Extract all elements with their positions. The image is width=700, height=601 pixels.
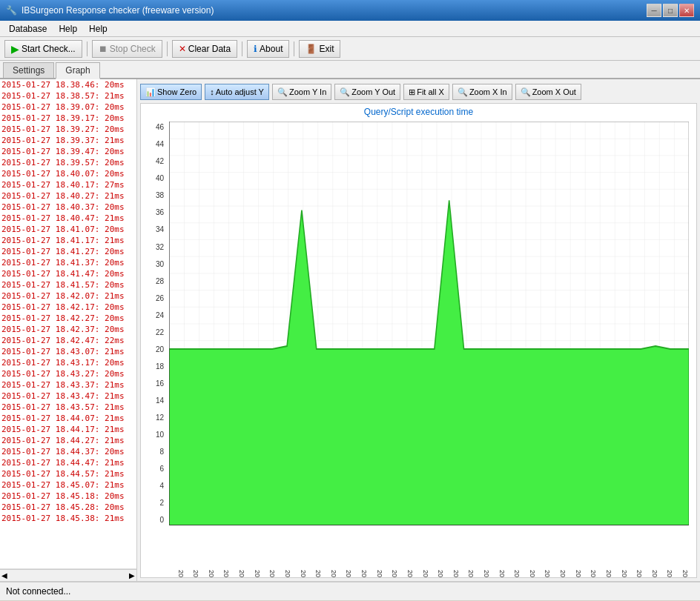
x-axis-labels: 2015-01-27 18:34:062015-01-27 18:34:2620…: [169, 525, 689, 577]
x-axis-label: 2015-01-27 18:44:47: [651, 570, 658, 577]
x-axis-label: 2015-01-27 18:42:27: [544, 570, 551, 577]
scroll-right-icon[interactable]: ▶: [128, 571, 136, 580]
x-axis-label: 2015-01-27 18:39:47: [422, 570, 429, 577]
stop-icon: ⏹: [99, 44, 108, 54]
toolbar-separator-4: [294, 41, 294, 56]
status-bar: Not connected...: [0, 581, 700, 600]
start-check-label: Start Check...: [22, 44, 76, 54]
tab-graph[interactable]: Graph: [56, 62, 99, 79]
fit-all-x-button[interactable]: ⊞ Fit all X: [403, 84, 449, 100]
list-item: 2015-01-27 18.40.47: 21ms: [0, 213, 136, 224]
exit-label: Exit: [319, 44, 334, 54]
exit-icon: 🚪: [306, 44, 317, 54]
x-axis-label: 2015-01-27 18:34:46: [192, 570, 199, 577]
x-axis-label: 2015-01-27 18:37:26: [314, 570, 322, 577]
exit-button[interactable]: 🚪 Exit: [299, 40, 340, 58]
stop-check-button[interactable]: ⏹ Stop Check: [92, 40, 162, 58]
list-item: 2015-01-27 18.44.27: 21ms: [0, 435, 136, 446]
settings-tab-label: Settings: [13, 65, 44, 76]
x-axis-label: 2015-01-27 18:36:26: [268, 570, 276, 577]
title-bar-controls: ─ □ ✕: [647, 4, 694, 17]
y-axis-label: 36: [142, 208, 166, 216]
zoom-y-out-label: Zoom Y Out: [351, 87, 395, 96]
zoom-y-in-label: Zoom Y In: [289, 87, 326, 96]
y-axis-label: 0: [142, 516, 166, 524]
list-item: 2015-01-27 18.45.28: 20ms: [0, 502, 136, 513]
y-axis-label: 24: [142, 311, 166, 319]
zoom-x-in-button[interactable]: 🔍 Zoom X In: [452, 84, 512, 100]
list-item: 2015-01-27 18.42.07: 21ms: [0, 290, 136, 302]
list-item: 2015-01-27 18.42.47: 22ms: [0, 335, 136, 346]
list-item: 2015-01-27 18.43.27: 20ms: [0, 368, 136, 379]
y-axis-label: 16: [142, 379, 166, 388]
list-item: 2015-01-27 18.45.38: 21ms: [0, 513, 136, 524]
zoom-x-in-icon: 🔍: [458, 87, 468, 97]
menu-database[interactable]: Database: [3, 22, 53, 36]
y-axis-label: 30: [142, 260, 166, 268]
auto-adjust-y-label: Auto adjust Y: [216, 87, 264, 96]
menu-help2[interactable]: Help: [83, 22, 113, 36]
list-item: 2015-01-27 18.39.47: 20ms: [0, 146, 136, 157]
x-axis-label: 2015-01-27 18:43:47: [605, 570, 612, 577]
graph-panel: 📊 Show Zero ↕ Auto adjust Y 🔍 Zoom Y In …: [137, 79, 700, 581]
y-axis-label: 40: [142, 174, 166, 182]
y-axis-label: 2: [142, 499, 166, 507]
x-axis-label: 2015-01-27 18:45:28: [681, 570, 689, 577]
graph-toolbar: 📊 Show Zero ↕ Auto adjust Y 🔍 Zoom Y In …: [140, 82, 697, 103]
start-check-button[interactable]: ▶ Start Check...: [4, 40, 82, 58]
minimize-button[interactable]: ─: [647, 4, 661, 17]
list-item: 2015-01-27 18.40.07: 20ms: [0, 168, 136, 179]
list-item: 2015-01-27 18.45.18: 20ms: [0, 491, 136, 502]
list-item: 2015-01-27 18.39.37: 21ms: [0, 135, 136, 146]
horizontal-scrollbar[interactable]: ◀ ▶: [0, 569, 136, 581]
list-item: 2015-01-27 18.42.37: 20ms: [0, 324, 136, 335]
list-item: 2015-01-27 18.41.07: 20ms: [0, 224, 136, 235]
maximize-button[interactable]: □: [663, 4, 678, 17]
list-item: 2015-01-27 18.42.17: 20ms: [0, 302, 136, 313]
x-axis-label: 2015-01-27 18:38:06: [345, 570, 352, 577]
list-item: 2015-01-27 18.39.57: 20ms: [0, 157, 136, 168]
clear-data-button[interactable]: ✕ Clear Data: [172, 40, 237, 58]
y-axis-label: 12: [142, 414, 166, 422]
x-axis-label: 2015-01-27 18:37:46: [330, 570, 337, 577]
list-item: 2015-01-27 18.45.07: 21ms: [0, 479, 136, 491]
main-content: 2015-01-27 18.38.46: 20ms2015-01-27 18.3…: [0, 79, 700, 581]
y-axis-label: 8: [142, 448, 166, 456]
list-item: 2015-01-27 18.42.27: 20ms: [0, 313, 136, 324]
list-item: 2015-01-27 18.44.17: 21ms: [0, 424, 136, 435]
stop-check-label: Stop Check: [110, 44, 156, 54]
list-item: 2015-01-27 18.43.57: 21ms: [0, 402, 136, 413]
list-item: 2015-01-27 18.39.17: 20ms: [0, 113, 136, 124]
y-axis-label: 42: [142, 157, 166, 165]
x-axis-label: 2015-01-27 18:34:26: [177, 570, 185, 577]
zoom-y-in-button[interactable]: 🔍 Zoom Y In: [272, 84, 331, 100]
x-axis-label: 2015-01-27 18:35:26: [222, 570, 230, 577]
about-button[interactable]: ℹ About: [247, 40, 289, 58]
tab-settings[interactable]: Settings: [3, 62, 54, 78]
toolbar-separator-3: [242, 41, 242, 56]
zoom-x-in-label: Zoom X In: [469, 87, 507, 96]
x-axis-label: 2015-01-27 18:38:46: [376, 570, 383, 577]
close-button[interactable]: ✕: [679, 4, 694, 17]
x-axis-label: 2015-01-27 18:44:07: [621, 570, 628, 577]
show-zero-icon: 📊: [145, 87, 156, 97]
y-axis-label: 44: [142, 140, 166, 148]
x-axis-label: 2015-01-27 18:41:07: [483, 570, 490, 577]
scroll-left-icon[interactable]: ◀: [0, 571, 9, 580]
zoom-y-out-button[interactable]: 🔍 Zoom Y Out: [334, 84, 400, 100]
x-axis-label: 2015-01-27 18:39:07: [391, 570, 398, 577]
toolbar-separator-1: [87, 41, 88, 56]
list-item: 2015-01-27 18.44.37: 20ms: [0, 446, 136, 457]
x-axis-label: 2015-01-27 18:42:07: [529, 570, 536, 577]
x-axis-label: 2015-01-27 18:40:27: [452, 570, 460, 577]
auto-adjust-y-button[interactable]: ↕ Auto adjust Y: [205, 84, 269, 100]
list-item: 2015-01-27 18.41.47: 20ms: [0, 268, 136, 279]
show-zero-button[interactable]: 📊 Show Zero: [140, 84, 202, 100]
list-item: 2015-01-27 18.40.37: 20ms: [0, 202, 136, 213]
list-item: 2015-01-27 18.44.47: 21ms: [0, 457, 136, 468]
zoom-y-out-icon: 🔍: [340, 87, 350, 97]
log-list[interactable]: 2015-01-27 18.38.46: 20ms2015-01-27 18.3…: [0, 79, 136, 581]
menu-help[interactable]: Help: [53, 22, 83, 36]
zoom-x-out-button[interactable]: 🔍 Zoom X Out: [515, 84, 581, 100]
list-item: 2015-01-27 18.44.57: 21ms: [0, 468, 136, 479]
